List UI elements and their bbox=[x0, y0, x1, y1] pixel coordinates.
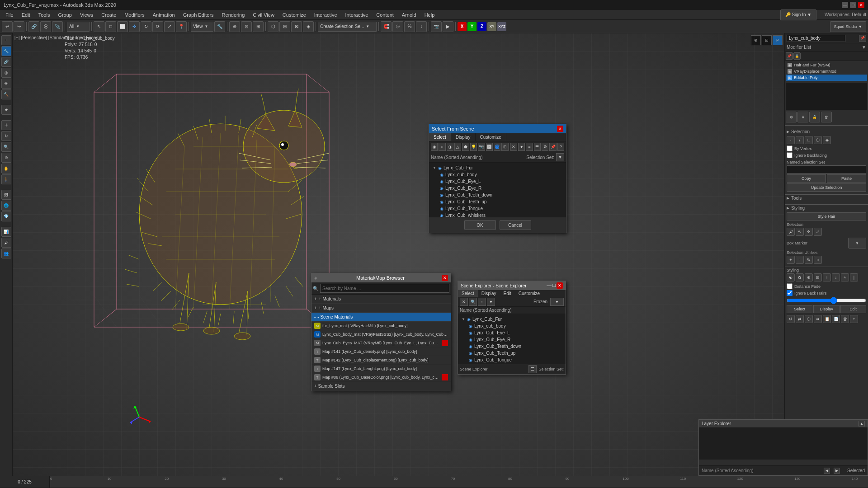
flip-btn[interactable]: ⬡ bbox=[805, 315, 813, 323]
mat-item-1[interactable]: M Lynx_Cub_body_mat (VRayFastSSS2) [Lynx… bbox=[311, 330, 451, 339]
ignore-backfacing-checkbox[interactable] bbox=[787, 152, 793, 158]
display-panel-btn[interactable]: 👁 bbox=[1, 79, 11, 89]
select-mode-dropdown[interactable]: All▼ bbox=[67, 22, 90, 32]
motion-panel-btn[interactable]: ◎ bbox=[1, 68, 11, 78]
se-sort-btn[interactable]: ↕ bbox=[478, 298, 486, 306]
sfs-cameras-btn[interactable]: 📷 bbox=[478, 143, 485, 151]
pin-stack-btn[interactable]: 📌 bbox=[859, 35, 866, 42]
undo-button[interactable]: ↩ bbox=[2, 21, 13, 32]
pull-btn[interactable]: ↑ bbox=[823, 273, 831, 282]
mod-vray-displacement[interactable]: ◈ VRayDisplacementMod bbox=[786, 68, 867, 75]
axis-z-button[interactable]: Z bbox=[477, 22, 486, 31]
menu-file[interactable]: File bbox=[2, 11, 17, 19]
se-close-btn[interactable]: ✕ bbox=[557, 282, 563, 289]
scale-hair-btn[interactable]: ⤢ bbox=[814, 228, 822, 236]
window-controls[interactable]: — □ ✕ bbox=[842, 2, 864, 8]
sfs-none-btn[interactable]: ○ bbox=[439, 143, 445, 151]
tree-item-lynx-tongue[interactable]: ◉ Lynx_Cub_Tongue bbox=[431, 205, 564, 212]
arc-rotate-btn[interactable]: ↻ bbox=[1, 131, 11, 141]
object-name-input[interactable] bbox=[787, 35, 845, 42]
se-tab-select[interactable]: Select bbox=[458, 290, 478, 297]
copy-button[interactable]: Copy bbox=[787, 174, 826, 183]
mirror-btn[interactable]: ⬌ bbox=[814, 315, 822, 323]
menu-tools[interactable]: Tools bbox=[35, 11, 54, 19]
sfs-sort-btn[interactable]: ≡ bbox=[526, 143, 533, 151]
menu-create[interactable]: Create bbox=[98, 11, 120, 19]
maximize-button[interactable]: □ bbox=[850, 2, 856, 8]
se-tree-item-lynx-eye-l[interactable]: ◉ Lynx_Cub_Eye_L bbox=[460, 329, 564, 336]
se-tab-edit[interactable]: Edit bbox=[500, 290, 515, 297]
se-sel-set-icon[interactable]: ☰ bbox=[528, 365, 537, 373]
distance-fade-checkbox[interactable] bbox=[787, 283, 793, 289]
le-left-btn[interactable]: ◀ bbox=[824, 468, 830, 474]
paste-button[interactable]: Paste bbox=[827, 174, 866, 183]
se-tree-item-lynx-teeth-up[interactable]: ◉ Lynx_Cub_Teeth_up bbox=[460, 350, 564, 357]
sfs-groups-btn[interactable]: ⊞ bbox=[501, 143, 508, 151]
reset-btn[interactable]: ↺ bbox=[787, 315, 795, 323]
sfs-helpers-btn[interactable]: 🅷 bbox=[486, 143, 493, 151]
select-region-button[interactable]: □ bbox=[105, 21, 116, 32]
grow-btn[interactable]: + bbox=[787, 256, 795, 264]
schematic-view-btn[interactable]: 📊 bbox=[1, 227, 11, 237]
se-tree-item-lynx-teeth-down[interactable]: ◉ Lynx_Cub_Teeth_down bbox=[460, 343, 564, 350]
create-panel-btn[interactable]: + bbox=[1, 35, 11, 45]
zoom-btn[interactable]: 🔍 bbox=[1, 142, 11, 152]
add-btn[interactable]: + bbox=[850, 315, 858, 323]
tree-item-lynx-body[interactable]: ◉ Lynx_cub_body bbox=[431, 171, 564, 178]
display-bottom-button[interactable]: Display bbox=[813, 305, 839, 313]
mat-maps-section[interactable]: + + Maps bbox=[311, 304, 451, 313]
select-transform-button[interactable]: ⊞ bbox=[253, 21, 264, 32]
menu-animation[interactable]: Animation bbox=[149, 11, 179, 19]
modifier-collapse-btn[interactable]: ⬇ bbox=[797, 112, 808, 122]
box-marker-dropdown[interactable]: ▼ bbox=[848, 238, 866, 249]
update-selection-button[interactable]: Update Selection bbox=[787, 183, 866, 192]
hierarchy-panel-btn[interactable]: 🔗 bbox=[1, 57, 11, 67]
sfs-list-btn[interactable]: ☰ bbox=[534, 143, 541, 151]
mod-editable-poly[interactable]: ▶ Editable Poly bbox=[786, 75, 867, 81]
menu-arnold[interactable]: Arnold bbox=[398, 11, 420, 19]
axis-x-button[interactable]: X bbox=[458, 22, 467, 31]
modify-panel-btn[interactable]: 🔧 bbox=[1, 46, 11, 56]
brush-btn[interactable]: 🖌 bbox=[787, 228, 795, 236]
poly-sel-btn[interactable]: ⬡ bbox=[814, 136, 822, 144]
select-link-button[interactable]: 🔗 bbox=[28, 21, 39, 32]
zoom-all-btn[interactable]: ⊡ bbox=[762, 35, 772, 45]
environment-btn[interactable]: 🌐 bbox=[1, 201, 11, 211]
select-hair-btn[interactable]: ↖ bbox=[796, 228, 804, 236]
menu-content[interactable]: Content bbox=[373, 11, 397, 19]
viewport-type-btn[interactable]: P bbox=[773, 35, 783, 45]
tree-item-lynx-teeth-up[interactable]: ◉ Lynx_Cub_Teeth_up bbox=[431, 198, 564, 205]
loop-btn[interactable]: ↻ bbox=[805, 256, 813, 264]
percent-snap-button[interactable]: % bbox=[404, 21, 415, 32]
modifier-make-unique-btn[interactable]: 🔓 bbox=[809, 112, 820, 122]
sfs-invert-btn[interactable]: ◑ bbox=[447, 143, 453, 151]
quick-render-button[interactable]: ▶ bbox=[443, 21, 453, 32]
squid-studio-button[interactable]: Squid Studio ▼ bbox=[830, 21, 866, 32]
menu-views[interactable]: Views bbox=[76, 11, 97, 19]
pin-modifier-btn[interactable]: 📌 bbox=[786, 52, 793, 60]
mat-item-3[interactable]: T Map #141 (Lynx_Cub_density.png) [Lynx_… bbox=[311, 347, 451, 356]
se-tree-item-lynx-tongue[interactable]: ◉ Lynx_Cub_Tongue bbox=[460, 357, 564, 363]
sfs-sel-set-dropdown[interactable]: ▼ bbox=[556, 153, 564, 161]
walk-through-btn[interactable]: 🚶 bbox=[1, 174, 11, 184]
tree-item-lynx-teeth-down[interactable]: ◉ Lynx_Cub_Teeth_down bbox=[431, 192, 564, 198]
axis-xy-button[interactable]: XY bbox=[487, 22, 496, 31]
ignore-back-hairs-checkbox[interactable] bbox=[787, 290, 793, 296]
mirror-button[interactable]: ⬡ bbox=[268, 21, 278, 32]
frizz-btn[interactable]: ✿ bbox=[796, 273, 804, 282]
se-tree-item-lynx-fur[interactable]: ▼ ◉ Lynx_Cub_Fur bbox=[460, 316, 564, 323]
move-button[interactable]: ✛ bbox=[129, 21, 140, 32]
select-from-scene-close[interactable]: ✕ bbox=[557, 126, 563, 132]
menu-interactive[interactable]: Interactive bbox=[342, 11, 372, 19]
relax-btn[interactable]: ≈ bbox=[841, 273, 849, 282]
named-sel-input[interactable] bbox=[787, 165, 866, 174]
viewport[interactable]: [+] [Perspective] [Standard] [Edged Face… bbox=[13, 33, 784, 476]
mat-item-6[interactable]: T Map #86 (Lynx_Cub_BaseColor.png) [Lynx… bbox=[311, 373, 451, 382]
sfs-shapes-btn[interactable]: ⬟ bbox=[462, 143, 469, 151]
sfs-lights-btn[interactable]: 💡 bbox=[470, 143, 477, 151]
sfs-tab-customize[interactable]: Customize bbox=[476, 133, 506, 141]
se-tab-customize[interactable]: Customize bbox=[515, 290, 543, 297]
pan-btn[interactable]: ✋ bbox=[1, 164, 11, 174]
bind-space-button[interactable]: 📎 bbox=[52, 21, 63, 32]
axis-xyz-button[interactable]: XYZ bbox=[497, 22, 506, 31]
